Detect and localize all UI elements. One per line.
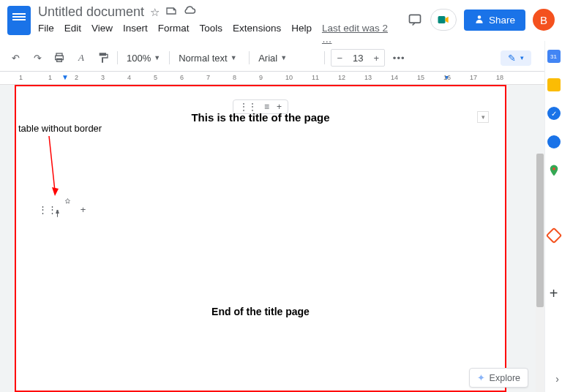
hide-sidepanel-button[interactable]: ›	[555, 373, 559, 385]
move-icon[interactable]	[165, 5, 177, 19]
ruler-tick: 5	[154, 74, 157, 81]
explore-icon: ✦	[477, 372, 485, 383]
font-size-value[interactable]: 13	[348, 53, 368, 64]
ruler-tick: 10	[285, 74, 293, 81]
caret-down-icon: ▼	[280, 54, 287, 61]
explore-label: Explore	[490, 373, 520, 383]
pen-icon: ✎	[508, 53, 516, 64]
ruler-tick: 13	[364, 74, 372, 81]
svg-rect-1	[438, 16, 445, 23]
get-addons-icon[interactable]: +	[547, 287, 561, 300]
add-column-icon[interactable]: +	[277, 102, 282, 112]
explore-button[interactable]: ✦ Explore	[469, 368, 528, 388]
star-icon[interactable]: ☆	[150, 6, 160, 19]
side-panel: +	[544, 41, 562, 392]
ruler-tick: 1	[19, 74, 23, 81]
spellcheck-button[interactable]: A	[73, 50, 89, 66]
annotation-arrow-icon	[42, 136, 64, 202]
page-title-text[interactable]: This is the title of the page	[16, 111, 505, 124]
svg-rect-4	[57, 59, 62, 61]
ruler-tick: 3	[101, 74, 105, 81]
comment-history-icon[interactable]	[407, 12, 423, 28]
caret-down-icon: ▼	[154, 54, 160, 61]
document-title[interactable]: Untitled document	[38, 4, 144, 20]
ruler-tick: 9	[259, 74, 263, 81]
menu-bar: File Edit View Insert Format Tools Exten…	[38, 23, 400, 45]
redo-button[interactable]: ↷	[29, 50, 45, 66]
paint-format-button[interactable]	[95, 50, 111, 66]
ruler-tick: 18	[496, 74, 503, 81]
toolbar: ↶ ↷ A 100%▼ Normal text▼ Arial▼ − 13 + •…	[0, 45, 562, 72]
pin-icon[interactable]	[63, 197, 75, 221]
editing-mode-chip[interactable]: ✎ ▾	[501, 50, 531, 66]
ruler-tick: 1	[48, 74, 52, 81]
align-options-icon[interactable]: ≡	[264, 102, 269, 112]
menu-tools[interactable]: Tools	[200, 23, 223, 45]
menu-view[interactable]: View	[91, 23, 113, 45]
indent-marker-icon[interactable]: ▼	[61, 73, 69, 81]
add-row-icon[interactable]: +	[80, 204, 86, 215]
ruler[interactable]: ▼ ▾ 1 1 2 3 4 5 6 7 8 9 10 11 12 13 14 1…	[0, 72, 562, 85]
docs-logo[interactable]	[7, 6, 31, 35]
font-size-stepper[interactable]: − 13 +	[331, 49, 385, 67]
calendar-addon-icon[interactable]	[547, 50, 561, 63]
zoom-select[interactable]: 100%▼	[124, 53, 163, 64]
contacts-addon-icon[interactable]	[547, 135, 561, 148]
cloud-status-icon[interactable]	[183, 4, 196, 20]
table-cell-dropdown[interactable]: ▾	[477, 111, 489, 123]
ruler-tick: 15	[417, 74, 424, 81]
ruler-tick: 12	[338, 74, 345, 81]
more-tools-button[interactable]: •••	[391, 50, 407, 66]
table-row-handles[interactable]: ⋮⋮ +	[38, 197, 86, 221]
ruler-tick: 17	[470, 74, 477, 81]
last-edit-link[interactable]: Last edit was 2 …	[322, 23, 400, 45]
ruler-tick: 8	[233, 74, 236, 81]
scrollbar-thumb[interactable]	[536, 154, 544, 307]
menu-file[interactable]: File	[38, 23, 54, 45]
svg-marker-6	[52, 187, 59, 196]
font-select[interactable]: Arial▼	[255, 53, 318, 64]
share-label: Share	[489, 15, 515, 26]
share-button[interactable]: Share	[464, 10, 525, 31]
ruler-tick: 11	[312, 74, 319, 81]
ruler-tick: 2	[75, 74, 78, 81]
addon-icon[interactable]	[545, 227, 562, 244]
caret-down-icon: ▼	[231, 54, 237, 61]
menu-extensions[interactable]: Extensions	[233, 23, 281, 45]
drag-handle-icon[interactable]: ⋮⋮	[239, 102, 257, 112]
style-select[interactable]: Normal text▼	[176, 53, 243, 64]
maps-addon-icon[interactable]	[547, 164, 561, 177]
menu-format[interactable]: Format	[158, 23, 190, 45]
annotation-text: table without border	[18, 123, 102, 134]
vertical-scrollbar[interactable]	[536, 154, 544, 392]
ruler-tick: 4	[127, 74, 131, 81]
svg-line-5	[49, 136, 55, 191]
svg-rect-0	[409, 15, 420, 23]
menu-help[interactable]: Help	[291, 23, 312, 45]
ruler-tick: 7	[206, 74, 210, 81]
menu-insert[interactable]: Insert	[123, 23, 148, 45]
tasks-addon-icon[interactable]	[547, 107, 561, 120]
page-end-text[interactable]: End of the title page	[16, 306, 505, 317]
ruler-tick: 6	[180, 74, 184, 81]
fontsize-increase[interactable]: +	[368, 53, 384, 64]
ruler-tick: 16	[443, 74, 451, 81]
svg-point-7	[552, 167, 555, 170]
keep-addon-icon[interactable]	[547, 78, 561, 91]
ruler-tick: 14	[391, 74, 398, 81]
document-page[interactable]: ⋮⋮ ≡ + This is the title of the page ▾ t…	[15, 85, 506, 392]
undo-button[interactable]: ↶	[7, 50, 23, 66]
account-avatar[interactable]: B	[533, 9, 555, 31]
caret-down-icon: ▾	[520, 54, 524, 61]
print-button[interactable]	[51, 50, 67, 66]
meet-button[interactable]	[430, 9, 457, 31]
fontsize-decrease[interactable]: −	[331, 53, 348, 64]
menu-edit[interactable]: Edit	[64, 23, 81, 45]
